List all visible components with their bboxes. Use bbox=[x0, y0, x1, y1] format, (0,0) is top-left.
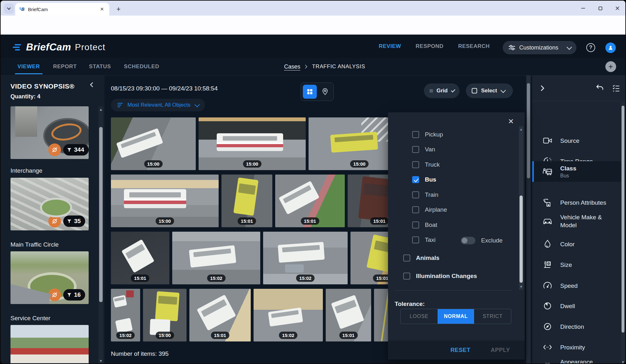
tab-viewer[interactable]: VIEWER bbox=[17, 58, 40, 76]
map-view-button[interactable] bbox=[319, 85, 331, 99]
collapse-panel-button[interactable] bbox=[90, 82, 93, 88]
result-tile[interactable]: 15:00 bbox=[111, 175, 219, 227]
synopsis-card-traffic-circle[interactable]: 344 bbox=[10, 106, 89, 159]
result-tile[interactable]: 15:02 bbox=[263, 232, 348, 284]
camera-off-badge[interactable] bbox=[48, 143, 61, 156]
checkbox[interactable] bbox=[412, 236, 419, 243]
synopsis-card-service-center[interactable] bbox=[10, 325, 89, 364]
main-scrollbar[interactable] bbox=[526, 76, 531, 364]
scroll-down-icon[interactable]: ▼ bbox=[519, 285, 523, 288]
tolerance-normal-button[interactable]: NORMAL bbox=[438, 309, 474, 324]
filter-panel-scrollbar[interactable]: ▲ ▼ bbox=[519, 126, 523, 290]
nav-review[interactable]: REVIEW bbox=[379, 43, 401, 50]
apply-button[interactable]: APPLY bbox=[491, 347, 510, 354]
new-tab-button[interactable]: + bbox=[114, 4, 123, 14]
filters-scrollbar[interactable]: ▼ bbox=[621, 102, 625, 364]
class-option-taxi[interactable]: Taxi bbox=[412, 236, 436, 243]
filter-item-dwell[interactable]: Dwell bbox=[532, 298, 621, 314]
reset-button[interactable]: RESET bbox=[451, 347, 471, 354]
checkbox[interactable] bbox=[412, 191, 419, 198]
tab-scheduled[interactable]: SCHEDULED bbox=[124, 58, 159, 76]
class-option-van[interactable]: Van bbox=[412, 146, 435, 153]
option-animals[interactable]: Animals bbox=[403, 255, 439, 261]
checkbox[interactable] bbox=[412, 161, 419, 168]
checkbox[interactable] bbox=[412, 131, 419, 138]
scroll-down-icon[interactable]: ▼ bbox=[99, 359, 103, 363]
breadcrumb-cases-link[interactable]: Cases bbox=[284, 63, 300, 70]
scroll-down-icon[interactable]: ▼ bbox=[621, 360, 625, 364]
collapse-filters-button[interactable] bbox=[541, 85, 544, 91]
tab-search-button[interactable] bbox=[4, 3, 14, 14]
synopsis-scrollbar[interactable]: ▲ ▼ bbox=[99, 106, 103, 364]
checkbox[interactable] bbox=[403, 255, 410, 261]
result-tile[interactable]: 15:01 bbox=[275, 175, 345, 227]
class-option-truck[interactable]: Truck bbox=[412, 161, 440, 168]
filtered-count-badge[interactable]: 344 bbox=[63, 144, 89, 156]
user-profile-button[interactable] bbox=[605, 43, 616, 53]
filter-item-proximity[interactable]: Proximity bbox=[532, 339, 621, 355]
result-tile[interactable]: 15:00 bbox=[143, 289, 187, 341]
filter-item-speed[interactable]: Speed bbox=[532, 278, 621, 294]
scroll-up-icon[interactable]: ▲ bbox=[519, 128, 523, 131]
synopsis-card-interchange[interactable]: 35 bbox=[10, 178, 89, 230]
filter-item-appearance-similarity[interactable]: Appearance Similarity bbox=[532, 356, 621, 364]
class-option-bus[interactable]: Bus bbox=[412, 176, 436, 183]
result-tile[interactable]: 15:01 bbox=[326, 289, 371, 341]
result-tile[interactable]: 15:01 bbox=[189, 289, 251, 341]
sort-dropdown[interactable]: Most Relevant, All Objects bbox=[111, 99, 205, 111]
scrollbar-thumb[interactable] bbox=[622, 106, 624, 333]
tab-report[interactable]: REPORT bbox=[53, 58, 77, 76]
result-tile[interactable]: 15:01 bbox=[111, 232, 169, 284]
scrollbar-thumb[interactable] bbox=[520, 195, 523, 283]
class-option-pickup[interactable]: Pickup bbox=[412, 131, 443, 138]
result-tile[interactable]: 15:00 bbox=[199, 117, 306, 170]
filtered-count-badge[interactable]: 16 bbox=[63, 289, 85, 301]
filtered-count-badge[interactable]: 35 bbox=[63, 215, 85, 227]
scrollbar-thumb[interactable] bbox=[527, 83, 530, 178]
result-tile[interactable]: 15:02 bbox=[172, 232, 260, 284]
undo-filters-button[interactable] bbox=[596, 84, 603, 91]
checkbox[interactable] bbox=[403, 273, 410, 280]
filter-item-vehicle-make-model[interactable]: Vehicle Make & Model bbox=[532, 211, 621, 231]
class-option-train[interactable]: Train bbox=[412, 191, 439, 198]
filter-item-class[interactable]: Class Bus bbox=[532, 161, 621, 182]
synopsis-card-main-traffic-circle[interactable]: 16 bbox=[10, 251, 89, 304]
grid-view-button[interactable] bbox=[303, 85, 317, 99]
nav-research[interactable]: RESEARCH bbox=[458, 43, 490, 50]
checkbox[interactable] bbox=[412, 146, 419, 153]
nav-respond[interactable]: RESPOND bbox=[416, 43, 444, 50]
add-case-button[interactable]: + bbox=[605, 61, 616, 72]
camera-off-badge[interactable] bbox=[48, 288, 61, 301]
result-tile[interactable]: 15:00 bbox=[111, 117, 196, 170]
select-dropdown[interactable]: Select bbox=[466, 83, 513, 98]
help-button[interactable]: ? bbox=[586, 43, 595, 52]
close-panel-button[interactable]: ✕ bbox=[507, 117, 515, 126]
result-tile[interactable]: 15:02 bbox=[254, 289, 323, 341]
filter-item-source[interactable]: Source bbox=[532, 133, 621, 149]
filter-item-color[interactable]: Color bbox=[532, 236, 621, 252]
result-tile[interactable]: 15:01 bbox=[221, 175, 272, 227]
window-minimize-button[interactable] bbox=[576, 3, 590, 13]
exclude-toggle[interactable] bbox=[461, 237, 475, 244]
filter-item-person-attributes[interactable]: Person Attributes bbox=[532, 195, 621, 210]
scroll-up-icon[interactable]: ▲ bbox=[99, 108, 103, 111]
filter-item-size[interactable]: Size bbox=[532, 257, 621, 273]
browser-tab-briefcam[interactable]: B BriefCam ✕ bbox=[15, 3, 109, 16]
window-close-button[interactable] bbox=[611, 3, 624, 13]
tab-close-icon[interactable]: ✕ bbox=[99, 6, 105, 13]
camera-off-badge[interactable] bbox=[48, 215, 61, 228]
checkbox[interactable] bbox=[412, 176, 419, 183]
checkbox[interactable] bbox=[412, 222, 419, 228]
result-tile[interactable]: 15:02 bbox=[111, 289, 140, 341]
tolerance-strict-button[interactable]: STRICT bbox=[474, 309, 511, 324]
class-option-boat[interactable]: Boat bbox=[412, 222, 437, 228]
tolerance-loose-button[interactable]: LOOSE bbox=[401, 309, 438, 324]
filter-item-direction[interactable]: Direction bbox=[532, 319, 621, 334]
grid-layout-dropdown[interactable]: Grid bbox=[424, 83, 459, 98]
checkbox[interactable] bbox=[412, 206, 419, 213]
window-maximize-button[interactable] bbox=[594, 3, 607, 13]
class-option-airplane[interactable]: Airplane bbox=[412, 206, 447, 213]
scrollbar-thumb[interactable] bbox=[99, 127, 103, 302]
customizations-button[interactable]: Customizations bbox=[503, 41, 576, 54]
filter-summary-button[interactable] bbox=[612, 84, 620, 92]
